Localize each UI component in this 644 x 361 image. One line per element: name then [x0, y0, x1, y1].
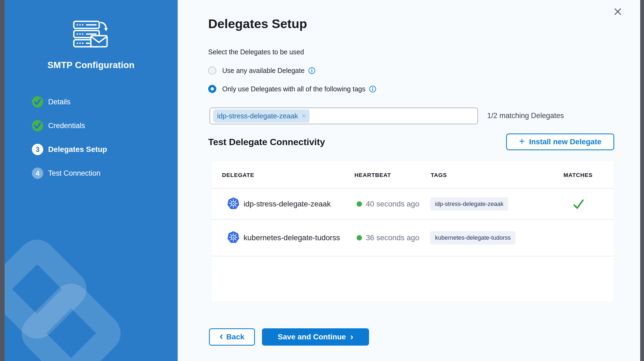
- save-and-continue-button[interactable]: Save and Continue ›: [262, 328, 369, 346]
- close-button[interactable]: [612, 6, 623, 18]
- wizard-title: SMTP Configuration: [5, 60, 177, 70]
- window-edge-left: [0, 0, 5, 361]
- page-title: Delegates Setup: [208, 16, 307, 31]
- tag-badge: idp-stress-delegate-zeaak: [430, 197, 508, 211]
- back-button[interactable]: ‹ Back: [209, 328, 255, 346]
- match-check-icon: [573, 198, 585, 210]
- wizard-sidebar: SMTP Configuration 1 Details 2 Credentia…: [5, 0, 178, 361]
- radio-button[interactable]: [208, 66, 216, 75]
- step-status-icon: 1: [32, 96, 43, 108]
- step-status-icon: 2: [32, 120, 43, 131]
- radio-label: Use any available Delegate: [222, 67, 304, 75]
- delegates-setup-panel: Delegates Setup Select the Delegates to …: [178, 0, 640, 361]
- tag-chip: idp-stress-delegate-zeaak ×: [213, 109, 310, 123]
- column-header-delegate: DELEGATE: [222, 172, 254, 178]
- step-status-icon: 4: [32, 168, 43, 179]
- column-header-matches: MATCHES: [563, 172, 593, 178]
- sidebar-item-credentials[interactable]: 2 Credentials: [32, 120, 107, 131]
- plus-icon: +: [519, 136, 525, 146]
- step-label: Details: [48, 98, 71, 106]
- radio-use-any-available-delegate[interactable]: Use any available Delegate: [208, 66, 316, 75]
- matching-delegates-count: 1/2 matching Delegates: [487, 112, 564, 120]
- step-label: Credentials: [48, 122, 85, 130]
- page-subtitle: Select the Delegates to be used: [208, 48, 304, 56]
- step-label: Delegates Setup: [48, 145, 107, 154]
- table-row[interactable]: kubernetes-delegate-tudorss 36 seconds a…: [212, 220, 614, 256]
- heartbeat-status-dot: [357, 201, 362, 207]
- chevron-right-icon: ›: [350, 332, 353, 341]
- column-header-tags: TAGS: [431, 172, 447, 178]
- install-button-label: Install new Delegate: [529, 138, 602, 146]
- install-new-delegate-button[interactable]: + Install new Delegate: [506, 133, 614, 150]
- tag-chip-label: idp-stress-delegate-zeaak: [217, 112, 298, 120]
- delegate-name: idp-stress-delegate-zeaak: [244, 200, 331, 208]
- radio-label: Only use Delegates with all of the follo…: [222, 85, 365, 93]
- radio-button[interactable]: [208, 85, 216, 93]
- table-row[interactable]: idp-stress-delegate-zeaak 40 seconds ago…: [212, 189, 614, 220]
- delegates-table: DELEGATEHEARTBEATTAGSMATCHES idp-stress-…: [211, 161, 614, 302]
- info-icon[interactable]: [308, 67, 316, 74]
- tag-badge: kubernetes-delegate-tudorss: [430, 231, 516, 245]
- kubernetes-icon: [227, 231, 240, 245]
- delegate-tags-input[interactable]: idp-stress-delegate-zeaak ×: [210, 108, 478, 124]
- radio-only-use-delegates-with-all-of-the-following-tags[interactable]: Only use Delegates with all of the follo…: [208, 85, 376, 93]
- step-label: Test Connection: [48, 169, 101, 178]
- close-icon: [613, 7, 622, 16]
- info-icon[interactable]: [369, 85, 376, 93]
- table-body: idp-stress-delegate-zeaak 40 seconds ago…: [212, 189, 614, 256]
- back-button-label: Back: [226, 333, 244, 341]
- smtp-configuration-dialog: SMTP Configuration 1 Details 2 Credentia…: [0, 0, 644, 361]
- window-edge-right: [640, 0, 644, 361]
- step-status-icon: 3: [32, 144, 43, 155]
- table-header-row: DELEGATEHEARTBEATTAGSMATCHES: [212, 161, 614, 189]
- kubernetes-icon: [227, 197, 240, 211]
- smtp-server-mail-icon: [73, 21, 109, 49]
- chevron-left-icon: ‹: [220, 331, 223, 341]
- delegate-name: kubernetes-delegate-tudorss: [244, 233, 340, 242]
- wizard-steps: 1 Details 2 Credentials 3 Delegates Setu…: [32, 96, 107, 191]
- sidebar-item-details[interactable]: 1 Details: [32, 96, 107, 108]
- remove-tag-icon[interactable]: ×: [302, 113, 306, 119]
- heartbeat-status-dot: [357, 235, 362, 240]
- test-connectivity-heading: Test Delegate Connectivity: [208, 137, 325, 147]
- heartbeat-time: 40 seconds ago: [366, 200, 419, 208]
- column-header-heartbeat: HEARTBEAT: [354, 172, 391, 178]
- save-button-label: Save and Continue: [278, 333, 346, 341]
- heartbeat-time: 36 seconds ago: [366, 233, 419, 242]
- sidebar-item-test-connection[interactable]: 4 Test Connection: [32, 168, 107, 179]
- sidebar-item-delegates-setup[interactable]: 3 Delegates Setup: [32, 144, 107, 155]
